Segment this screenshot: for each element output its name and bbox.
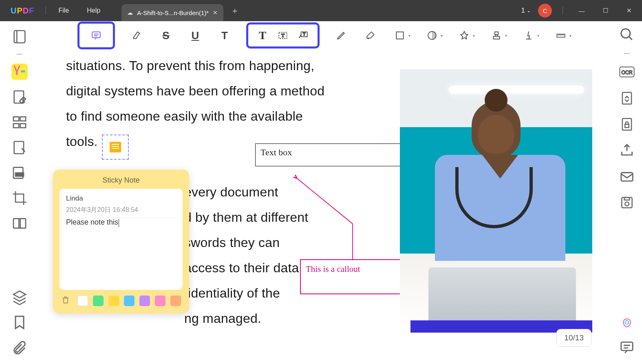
color-purple[interactable] — [139, 296, 150, 306]
signature-tool[interactable]: ▾ — [521, 28, 539, 43]
underline-tool[interactable]: U — [188, 28, 203, 43]
eraser-tool[interactable] — [363, 28, 378, 43]
trash-icon[interactable] — [61, 296, 70, 306]
textbox-annotation[interactable]: Text box — [255, 143, 420, 166]
sticky-title: Sticky Note — [60, 176, 183, 189]
paragraph-text-2: every document d by them at different sw… — [184, 179, 308, 331]
color-white[interactable] — [77, 296, 88, 306]
textbox-tool[interactable]: T — [275, 28, 291, 43]
comment-tool[interactable] — [11, 64, 28, 80]
svg-rect-1 — [21, 71, 25, 73]
fill-sign-tool[interactable] — [11, 139, 28, 156]
search-icon[interactable] — [619, 27, 635, 42]
pin-tool[interactable]: ▾ — [457, 28, 475, 43]
highlight-tool[interactable] — [129, 28, 144, 43]
sticky-note-popup[interactable]: Sticky Note Linda 2024年3月20日 16:48:54 Pl… — [53, 170, 189, 313]
note-icon — [110, 142, 121, 152]
svg-rect-6 — [20, 124, 26, 128]
callout-tool[interactable]: T — [296, 28, 311, 43]
share-tool[interactable] — [619, 143, 635, 158]
cloud-icon: ☁ — [127, 9, 133, 16]
bookmark-tool[interactable] — [11, 314, 28, 331]
tab-title: A-Shift-to-S...n-Burden(1)* — [137, 9, 209, 16]
attach-tool[interactable] — [11, 340, 28, 356]
svg-text:OCR: OCR — [621, 70, 632, 75]
email-tool[interactable] — [619, 169, 635, 184]
svg-rect-9 — [15, 173, 24, 176]
maximize-button[interactable]: ☐ — [597, 2, 613, 19]
crop-tool[interactable] — [11, 190, 28, 206]
minimize-button[interactable]: — — [574, 2, 590, 19]
reader-tool[interactable] — [11, 29, 28, 45]
svg-rect-4 — [20, 117, 26, 121]
titlebar-right: 1⌄ C — ☐ ✕ — [521, 2, 642, 19]
text-cursor — [119, 219, 119, 227]
user-avatar[interactable]: C — [538, 4, 552, 18]
svg-text:T: T — [281, 32, 285, 38]
svg-rect-0 — [14, 31, 25, 43]
svg-rect-24 — [92, 32, 100, 38]
updf-ai-icon[interactable] — [619, 315, 635, 331]
close-button[interactable]: ✕ — [621, 2, 637, 19]
sticky-author: Linda — [66, 194, 176, 203]
callout-annotation[interactable]: This is a callout — [300, 259, 416, 294]
annotation-toolbar: S U T T T T ▾ ▾ ▾ ▾ ▾ ▾ — [77, 24, 571, 47]
callout-arrow — [293, 175, 383, 265]
sticky-note-marker[interactable] — [102, 135, 129, 160]
menu-help[interactable]: Help — [78, 7, 109, 14]
compare-tool[interactable] — [11, 215, 28, 232]
ocr-tool[interactable]: OCR — [619, 64, 635, 80]
svg-rect-5 — [13, 124, 19, 128]
page-indicator[interactable]: 10/13 — [556, 329, 591, 347]
svg-rect-21 — [624, 197, 630, 200]
tabs: ☁ A-Shift-to-S...n-Burden(1)* ✕ ＋ — [121, 0, 246, 21]
divider — [46, 7, 46, 15]
left-sidebar — [0, 21, 39, 364]
color-pink[interactable] — [155, 296, 165, 306]
menu-file[interactable]: File — [49, 7, 78, 14]
stamp2-tool[interactable]: ▾ — [489, 28, 507, 43]
shape-tool[interactable]: ▾ — [392, 28, 410, 43]
protect-tool[interactable] — [619, 117, 635, 132]
svg-rect-17 — [625, 124, 629, 128]
version-indicator[interactable]: 1⌄ — [521, 7, 531, 15]
sticky-colors — [60, 290, 183, 307]
sticky-content[interactable]: Please note this — [66, 218, 118, 226]
separator — [624, 53, 630, 54]
squiggly-tool[interactable]: T — [217, 28, 232, 43]
color-yellow[interactable] — [108, 296, 119, 306]
pencil-tool[interactable] — [333, 28, 349, 43]
svg-rect-7 — [14, 141, 24, 154]
app-body: OCR S U T T T T ▾ ▾ ▾ ▾ ▾ ▾ — [0, 21, 642, 364]
right-sidebar: OCR — [612, 21, 642, 364]
svg-text:T: T — [303, 32, 305, 36]
separator — [17, 54, 22, 55]
tab-close-icon[interactable]: ✕ — [213, 9, 218, 16]
document-tab[interactable]: ☁ A-Shift-to-S...n-Burden(1)* ✕ — [121, 4, 223, 21]
text-tools-selection: T T T — [246, 22, 320, 49]
sticky-note-tool[interactable] — [88, 28, 104, 43]
redact-tool[interactable] — [11, 165, 28, 181]
save-tool[interactable] — [619, 195, 635, 210]
titlebar: UPDF File Help ☁ A-Shift-to-S...n-Burden… — [0, 0, 642, 21]
measure-tool[interactable]: ▾ — [553, 28, 571, 43]
text-tool[interactable]: T — [255, 28, 270, 43]
comments-panel-icon[interactable] — [619, 340, 635, 355]
layers-tool[interactable] — [11, 289, 28, 305]
color-green[interactable] — [93, 296, 104, 306]
svg-rect-3 — [13, 117, 19, 121]
sticky-body: Linda 2024年3月20日 16:48:54 Please note th… — [60, 189, 183, 290]
edit-tool[interactable] — [11, 89, 28, 105]
color-blue[interactable] — [124, 296, 135, 306]
strikethrough-tool[interactable]: S — [158, 28, 174, 43]
new-tab-button[interactable]: ＋ — [223, 5, 246, 16]
document-image — [400, 69, 592, 333]
color-orange[interactable] — [170, 296, 181, 306]
organize-tool[interactable] — [11, 114, 28, 130]
app-logo: UPDF — [0, 6, 42, 15]
svg-rect-29 — [396, 32, 403, 39]
stamp-tool[interactable]: ▾ — [424, 28, 443, 43]
document-view[interactable]: situations. To prevent this from happeni… — [42, 51, 608, 362]
convert-tool[interactable] — [619, 90, 635, 106]
page: situations. To prevent this from happeni… — [42, 51, 608, 362]
